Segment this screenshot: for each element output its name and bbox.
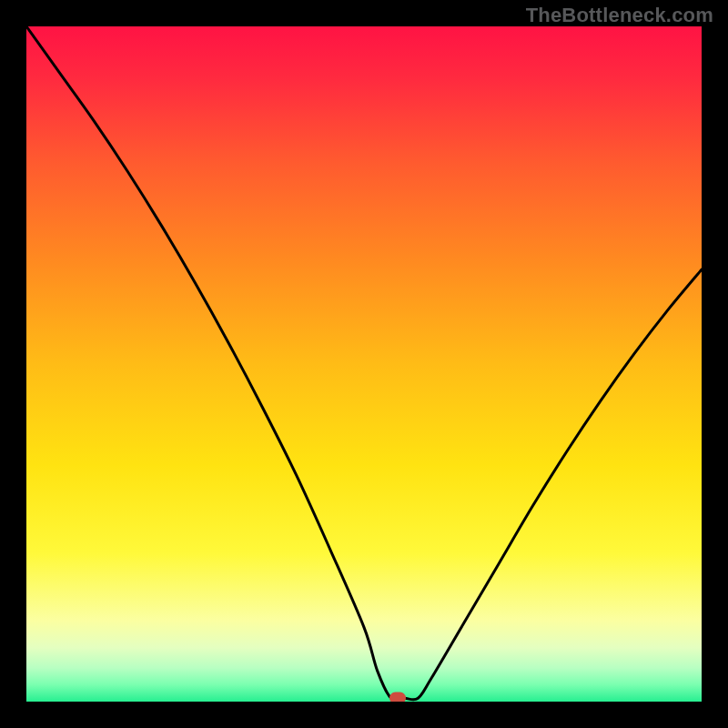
- chart-stage: TheBottleneck.com: [0, 0, 728, 728]
- bottleneck-curve: [26, 26, 702, 702]
- watermark-text: TheBottleneck.com: [526, 4, 713, 27]
- minimum-marker: [389, 693, 406, 702]
- plot-area: [26, 26, 702, 702]
